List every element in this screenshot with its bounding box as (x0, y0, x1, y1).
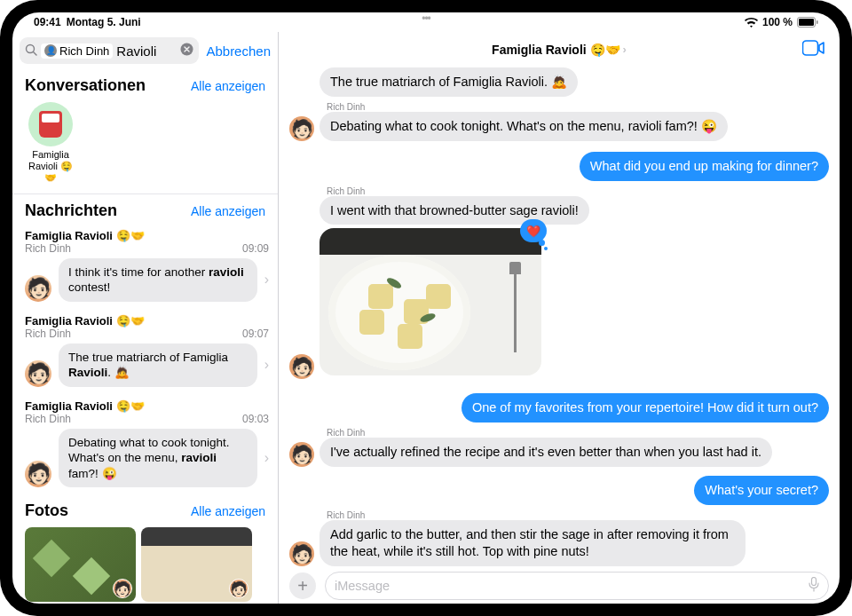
chat-panel: Famiglia Ravioli 🤤🤝 › The true matriarch… (279, 32, 840, 604)
search-result[interactable]: Famiglia Ravioli 🤤🤝 Rich Dinh 09:03 Deba… (12, 394, 278, 495)
avatar[interactable] (289, 116, 314, 141)
message-bubble-incoming[interactable]: Add garlic to the butter, and then stir … (320, 520, 746, 566)
message-bubble-outgoing[interactable]: What did you end up making for dinner? (580, 152, 829, 181)
avatar (25, 461, 51, 487)
battery-icon (797, 17, 818, 28)
photo-result[interactable] (141, 527, 252, 602)
conversation-thumbnail[interactable]: Famiglia Ravioli 🤤🤝 (25, 102, 76, 185)
chevron-right-icon: › (623, 43, 627, 56)
result-sender: Rich Dinh (25, 328, 71, 340)
conversation-name: Famiglia Ravioli 🤤🤝 (25, 149, 76, 185)
avatar (229, 579, 248, 598)
result-time: 09:09 (242, 242, 269, 255)
search-result[interactable]: Famiglia Ravioli 🤤🤝 Rich Dinh 09:07 The … (12, 309, 278, 394)
chat-title: Famiglia Ravioli 🤤🤝 (492, 43, 619, 57)
message-bubble-outgoing[interactable]: One of my favorites from your repertoire… (462, 393, 829, 423)
message-bubble-outgoing[interactable]: What's your secret? (694, 476, 829, 505)
group-avatar (28, 102, 73, 146)
section-conversations-title: Konversationen (25, 76, 146, 95)
result-sender: Rich Dinh (25, 242, 71, 255)
search-input[interactable]: 👤 Rich Dinh Ravioli (20, 37, 199, 64)
wifi-icon (745, 18, 758, 28)
search-icon (25, 43, 37, 59)
result-preview: Debating what to cook tonight. What's on… (59, 429, 257, 488)
result-time: 09:07 (242, 328, 269, 340)
avatar (25, 275, 51, 302)
chat-header[interactable]: Famiglia Ravioli 🤤🤝 › (279, 32, 840, 67)
svg-rect-2 (816, 20, 818, 24)
tapback-heart[interactable]: ❤️ (520, 219, 547, 242)
message-image[interactable] (320, 228, 541, 375)
show-all-messages[interactable]: Alle anzeigen (191, 204, 265, 218)
avatar (113, 579, 132, 598)
add-attachment-button[interactable]: + (289, 573, 316, 599)
sender-label: Rich Dinh (327, 510, 829, 520)
chevron-right-icon: › (264, 272, 269, 288)
svg-rect-1 (799, 19, 814, 26)
avatar[interactable] (289, 354, 314, 379)
sender-label: Rich Dinh (327, 186, 829, 196)
result-sender: Rich Dinh (25, 413, 71, 425)
photo-result[interactable] (25, 527, 136, 602)
search-token[interactable]: 👤 Rich Dinh (41, 43, 113, 59)
avatar[interactable] (289, 541, 314, 566)
message-bubble-incoming[interactable]: The true matriarch of Famiglia Ravioli. … (320, 67, 578, 97)
input-placeholder: iMessage (335, 579, 390, 593)
svg-rect-7 (812, 577, 816, 585)
section-photos-title: Fotos (25, 501, 68, 520)
status-time: 09:41 (34, 16, 61, 28)
battery-percent: 100 % (762, 16, 793, 28)
section-messages-title: Nachrichten (25, 201, 117, 220)
svg-rect-6 (803, 41, 818, 55)
sender-label: Rich Dinh (327, 102, 829, 112)
facetime-button[interactable] (802, 40, 825, 59)
result-preview: I think it's time for another ravioli co… (59, 258, 257, 302)
message-bubble-incoming[interactable]: I went with that browned-butter sage rav… (320, 196, 589, 225)
svg-line-4 (34, 51, 37, 55)
person-icon: 👤 (44, 44, 57, 57)
search-result[interactable]: Famiglia Ravioli 🤤🤝 Rich Dinh 09:09 I th… (12, 224, 278, 309)
result-preview: The true matriarch of Famiglia Ravioli. … (59, 344, 257, 387)
avatar[interactable] (289, 442, 314, 467)
status-date: Montag 5. Juni (67, 16, 141, 28)
result-time: 09:03 (242, 413, 269, 425)
dictation-button[interactable] (809, 577, 819, 596)
avatar (25, 360, 51, 387)
message-list[interactable]: The true matriarch of Famiglia Ravioli. … (279, 67, 840, 566)
show-all-photos[interactable]: Alle anzeigen (191, 504, 265, 518)
message-bubble-incoming[interactable]: Debating what to cook tonight. What's on… (320, 112, 728, 141)
search-query: Ravioli (116, 43, 156, 59)
sender-label: Rich Dinh (327, 428, 829, 438)
chevron-right-icon: › (264, 357, 269, 373)
chevron-right-icon: › (264, 450, 269, 466)
clear-search-button[interactable] (180, 43, 193, 59)
sidebar: 👤 Rich Dinh Ravioli Abbrechen Konversati… (12, 32, 279, 604)
multitask-indicator[interactable]: ••• (422, 12, 430, 25)
show-all-conversations[interactable]: Alle anzeigen (191, 79, 265, 93)
message-input[interactable]: iMessage (325, 572, 829, 600)
cancel-button[interactable]: Abbrechen (206, 43, 271, 59)
message-bubble-incoming[interactable]: I've actually refined the recipe and it'… (320, 438, 772, 467)
